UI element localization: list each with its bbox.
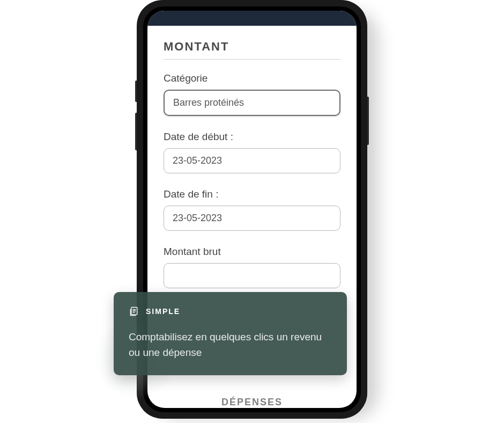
- document-icon: [129, 306, 139, 317]
- category-label: Catégorie: [164, 72, 340, 84]
- section-title: MONTANT: [164, 40, 340, 54]
- date-end-label: Date de fin :: [164, 188, 340, 200]
- bottom-tab-label: DÉPENSES: [221, 397, 283, 407]
- overlay-body: Comptabilisez en quelques clics un reven…: [129, 330, 332, 360]
- date-start-input[interactable]: [164, 148, 340, 173]
- overlay-header: SIMPLE: [129, 306, 332, 317]
- category-input[interactable]: [164, 90, 340, 116]
- overlay-badge: SIMPLE: [146, 307, 180, 316]
- bottom-tab[interactable]: DÉPENSES: [147, 388, 357, 408]
- form-content: MONTANT Catégorie Date de début : Date d…: [147, 26, 357, 314]
- status-bar: [147, 11, 357, 26]
- gross-amount-label: Montant brut: [164, 246, 340, 258]
- date-end-input[interactable]: [164, 206, 340, 231]
- gross-amount-input[interactable]: [164, 263, 340, 288]
- feature-overlay-card: SIMPLE Comptabilisez en quelques clics u…: [114, 292, 347, 375]
- divider: [164, 59, 340, 60]
- date-start-label: Date de début :: [164, 131, 340, 143]
